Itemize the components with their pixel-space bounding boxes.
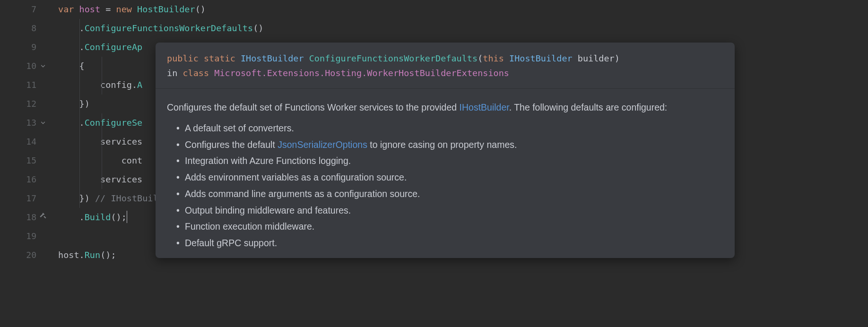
line-gutter: 7891011121314151617181920 <box>0 0 50 265</box>
namespace: Microsoft.Extensions.Hosting.WorkerHostB… <box>214 68 509 78</box>
dot: . <box>79 212 85 222</box>
fold-chevron-icon[interactable] <box>39 62 47 70</box>
quick-doc-tooltip[interactable]: public static IHostBuilder ConfigureFunc… <box>156 43 735 258</box>
keyword-new: new <box>116 4 138 14</box>
line-number: 11 <box>0 76 36 95</box>
line-number: 20 <box>0 246 36 265</box>
tooltip-description: Configures the default set of Functions … <box>156 89 735 118</box>
method-call: ConfigureAp <box>85 42 143 52</box>
method-call: A <box>137 80 142 90</box>
identifier: services <box>100 137 142 146</box>
line-number: 8 <box>0 19 36 38</box>
brace: }) <box>79 99 90 109</box>
line-number: 12 <box>0 95 36 113</box>
tooltip-bullet: Configures the default JsonSerializerOpt… <box>185 137 723 153</box>
tooltip-bullet: Default gRPC support. <box>185 235 723 251</box>
semicolon: (); <box>111 212 126 222</box>
indent-guide <box>102 57 102 95</box>
doc-link[interactable]: IHostBuilder <box>460 102 509 112</box>
bullet-text: Configures the default <box>185 139 278 150</box>
tooltip-signature: public static IHostBuilder ConfigureFunc… <box>156 43 735 89</box>
dot: . <box>79 23 85 33</box>
fold-chevron-icon[interactable] <box>39 119 47 127</box>
line-number: 14 <box>0 132 36 151</box>
line-number: 9 <box>0 38 36 57</box>
tooltip-bullet: Adds environment variables as a configur… <box>185 169 723 186</box>
line-number: 16 <box>0 170 36 189</box>
keyword-var: var <box>58 4 74 14</box>
dot: . <box>79 118 85 128</box>
type-name: IHostBuilder <box>241 53 304 63</box>
line-number: 18 <box>0 208 36 227</box>
bullet-text: Integration with Azure Functions logging… <box>185 155 351 166</box>
doc-link[interactable]: JsonSerializerOptions <box>278 139 367 150</box>
line-number: 7 <box>0 0 36 19</box>
keyword-public: public <box>167 53 199 63</box>
brace: { <box>79 61 85 71</box>
identifier: host. <box>58 250 85 260</box>
bullet-text: Default gRPC support. <box>185 238 277 248</box>
line-number: 15 <box>0 151 36 170</box>
method-call: Run <box>85 250 100 260</box>
type-name: IHostBuilder <box>509 53 573 63</box>
line-number: 13 <box>0 113 36 132</box>
keyword-class: class <box>182 68 209 78</box>
type-name: HostBuilder <box>137 4 195 14</box>
method-call: ConfigureFunctionsWorkerDefaults <box>85 23 253 33</box>
tooltip-bullet-list: A default set of converters.Configures t… <box>156 118 735 251</box>
tooltip-bullet: Output binding middleware and features. <box>185 202 723 219</box>
identifier: services <box>100 174 142 184</box>
method-call: ConfigureSe <box>85 118 143 128</box>
method-name: ConfigureFunctionsWorkerDefaults <box>309 53 477 63</box>
identifier: cont <box>122 155 143 165</box>
indent-guide <box>102 113 102 189</box>
identifier: host <box>79 4 101 14</box>
line-number: 10 <box>0 57 36 76</box>
literal-in: in <box>167 68 182 78</box>
bullet-text: to ignore casing on property names. <box>367 139 517 150</box>
code-line[interactable]: var host = new HostBuilder() <box>58 0 263 19</box>
parens: () <box>195 4 206 14</box>
operator: = <box>100 4 116 14</box>
line-number: 19 <box>0 227 36 246</box>
bullet-text: A default set of converters. <box>185 123 294 133</box>
tooltip-bullet: Integration with Azure Functions logging… <box>185 153 723 169</box>
build-hammer-icon[interactable] <box>38 208 47 227</box>
semicolon: (); <box>100 250 116 260</box>
parens: () <box>253 23 263 33</box>
indent-guide <box>79 19 80 208</box>
bullet-text: Function execution middleware. <box>185 221 314 232</box>
line-number: 17 <box>0 189 36 208</box>
identifier: config. <box>100 80 137 90</box>
bullet-text: Output binding middleware and features. <box>185 205 351 215</box>
brace: }) <box>79 193 95 203</box>
desc-text: Configures the default set of Functions … <box>167 102 460 112</box>
tooltip-bullet: Function execution middleware. <box>185 218 723 235</box>
text-caret <box>127 211 127 223</box>
tooltip-bullet: Adds command line arguments as a configu… <box>185 186 723 202</box>
keyword-this: this <box>483 53 504 63</box>
tooltip-bullet: A default set of converters. <box>185 120 723 137</box>
desc-text: . The following defaults are configured: <box>509 102 668 112</box>
keyword-static: static <box>204 53 235 63</box>
param-name: builder <box>578 53 615 63</box>
bullet-text: Adds command line arguments as a configu… <box>185 189 420 199</box>
method-call: Build <box>85 212 111 222</box>
code-line[interactable]: .ConfigureFunctionsWorkerDefaults() <box>58 19 263 38</box>
dot: . <box>79 42 85 52</box>
bullet-text: Adds environment variables as a configur… <box>185 172 407 182</box>
